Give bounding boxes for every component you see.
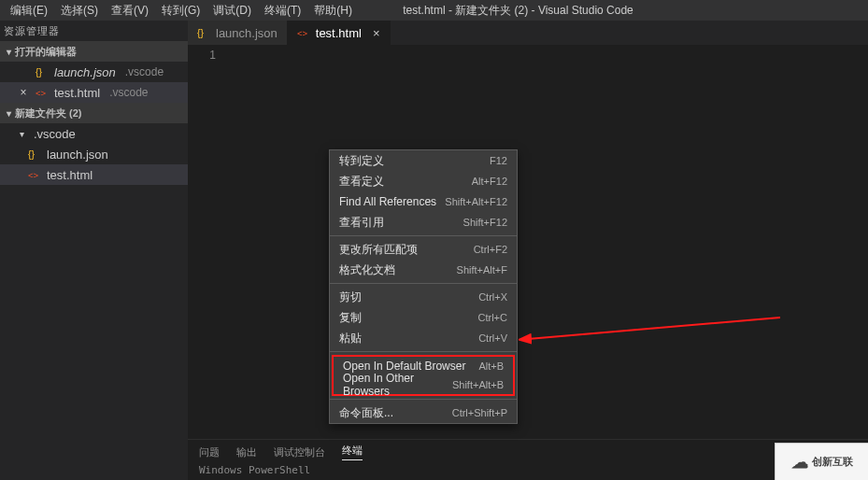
separator: [330, 283, 517, 284]
cm-find-all-references[interactable]: Find All ReferencesShift+Alt+F12: [330, 191, 517, 212]
editor-area: {} launch.json <> test.html × 1 问题 输出 调试…: [188, 21, 868, 480]
cm-cut[interactable]: 剪切Ctrl+X: [330, 287, 517, 307]
chevron-down-icon: ▾: [4, 104, 13, 124]
bottom-panel: 问题 输出 调试控制台 终端 Windows PowerShell: [188, 439, 868, 480]
folder-item[interactable]: ▾ .vscode: [0, 123, 188, 144]
cm-format-document[interactable]: 格式化文档Shift+Alt+F: [330, 260, 517, 280]
folder-root-header[interactable]: ▾新建文件夹 (2): [0, 103, 188, 123]
svg-text:{}: {}: [36, 66, 43, 78]
annotation-highlight-box: Open In Default BrowserAlt+B Open In Oth…: [332, 355, 515, 396]
chevron-down-icon: ▾: [17, 129, 26, 139]
panel-tab-debug-console[interactable]: 调试控制台: [274, 445, 325, 459]
menu-debug[interactable]: 调试(D): [206, 3, 258, 19]
explorer-title: 资源管理器: [0, 21, 188, 41]
file-path: .vscode: [125, 65, 164, 78]
menu-go[interactable]: 转到(G): [155, 3, 206, 19]
tab-launch-json[interactable]: {} launch.json: [188, 21, 288, 45]
cm-goto-definition[interactable]: 转到定义F12: [330, 150, 517, 171]
file-label: launch.json: [47, 148, 108, 162]
panel-tabs: 问题 输出 调试控制台 终端: [188, 440, 868, 464]
line-gutter: 1: [188, 45, 233, 439]
cm-command-palette[interactable]: 命令面板...Ctrl+Shift+P: [330, 402, 517, 423]
svg-text:<>: <>: [36, 88, 47, 98]
open-editor-item[interactable]: {} launch.json .vscode: [0, 62, 188, 82]
panel-tab-terminal[interactable]: 终端: [342, 444, 363, 460]
file-item[interactable]: <> test.html: [0, 164, 188, 185]
file-path: .vscode: [109, 86, 148, 99]
watermark-logo-icon: ☁: [791, 452, 808, 473]
svg-text:{}: {}: [28, 148, 36, 160]
menu-edit[interactable]: 编辑(E): [4, 3, 54, 19]
svg-text:<>: <>: [28, 170, 39, 180]
panel-tab-problems[interactable]: 问题: [199, 445, 220, 459]
panel-tab-output[interactable]: 输出: [236, 445, 257, 459]
sidebar: 资源管理器 ▾打开的编辑器 {} launch.json .vscode × <…: [0, 21, 188, 480]
separator: [330, 351, 517, 352]
close-icon[interactable]: ×: [373, 26, 380, 40]
cm-paste[interactable]: 粘贴Ctrl+V: [330, 328, 517, 348]
html-icon: <>: [297, 26, 310, 39]
editor-tabs: {} launch.json <> test.html ×: [188, 21, 868, 45]
cm-copy[interactable]: 复制Ctrl+C: [330, 307, 517, 328]
tab-label: launch.json: [216, 26, 277, 40]
line-number: 1: [188, 49, 216, 62]
json-icon: {}: [28, 148, 41, 161]
cm-change-all-occurrences[interactable]: 更改所有匹配项Ctrl+F2: [330, 239, 517, 260]
json-icon: {}: [197, 26, 210, 39]
watermark-text: 创新互联: [812, 455, 853, 469]
html-icon: <>: [36, 86, 49, 99]
menubar: 编辑(E) 选择(S) 查看(V) 转到(G) 调试(D) 终端(T) 帮助(H…: [0, 0, 868, 21]
menu-select[interactable]: 选择(S): [54, 3, 105, 19]
cm-peek-definition[interactable]: 查看定义Alt+F12: [330, 171, 517, 191]
file-label: test.html: [54, 86, 100, 100]
close-icon[interactable]: ×: [17, 86, 30, 99]
terminal-line: Windows PowerShell: [188, 464, 868, 476]
menu-view[interactable]: 查看(V): [105, 3, 155, 19]
tab-label: test.html: [316, 26, 362, 40]
separator: [330, 399, 517, 400]
open-editor-item[interactable]: × <> test.html .vscode: [0, 82, 188, 103]
file-item[interactable]: {} launch.json: [0, 144, 188, 164]
tab-test-html[interactable]: <> test.html ×: [288, 21, 391, 45]
code-area[interactable]: [233, 45, 868, 439]
editor-body[interactable]: 1: [188, 45, 868, 439]
file-label: test.html: [47, 168, 92, 182]
html-icon: <>: [28, 168, 41, 181]
menu-terminal[interactable]: 终端(T): [258, 3, 307, 19]
separator: [330, 235, 517, 236]
context-menu: 转到定义F12 查看定义Alt+F12 Find All ReferencesS…: [329, 149, 518, 424]
watermark: ☁ 创新互联: [775, 443, 868, 480]
menu-help[interactable]: 帮助(H): [307, 3, 359, 19]
folder-label: .vscode: [34, 127, 76, 141]
file-label: launch.json: [54, 65, 116, 79]
cm-peek-references[interactable]: 查看引用Shift+F12: [330, 212, 517, 233]
window-title: test.html - 新建文件夹 (2) - Visual Studio Co…: [359, 3, 677, 19]
open-editors-header[interactable]: ▾打开的编辑器: [0, 41, 188, 62]
chevron-down-icon: ▾: [4, 42, 13, 63]
svg-text:{}: {}: [197, 27, 205, 38]
cm-open-other-browsers[interactable]: Open In Other BrowsersShift+Alt+B: [334, 375, 513, 394]
svg-text:<>: <>: [297, 28, 308, 38]
json-icon: {}: [36, 65, 49, 78]
